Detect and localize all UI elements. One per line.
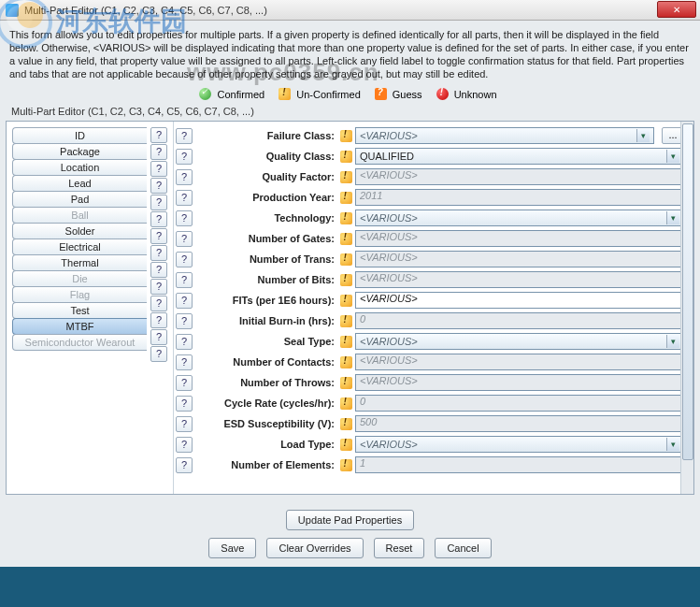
- field-label[interactable]: Cycle Rate (cycles/hr):: [194, 397, 338, 409]
- tab-help-button[interactable]: ?: [150, 127, 167, 143]
- scrollbar[interactable]: [680, 122, 693, 494]
- field-label[interactable]: Initial Burn-in (hrs):: [194, 315, 338, 326]
- field-label[interactable]: FITs (per 1E6 hours):: [194, 295, 338, 306]
- field-label[interactable]: Load Type:: [194, 439, 338, 450]
- field-help-button[interactable]: ?: [176, 416, 193, 432]
- field-combo[interactable]: <VARIOUS>▾: [355, 210, 684, 226]
- tab-flag: Flag: [12, 286, 147, 303]
- legend-guess: Guess: [393, 89, 422, 100]
- field-label[interactable]: Number of Bits:: [194, 274, 338, 285]
- field-help-button[interactable]: ?: [176, 128, 193, 144]
- tab-help-button[interactable]: ?: [150, 178, 167, 194]
- field-label[interactable]: Number of Trans:: [194, 253, 338, 265]
- field-help-button[interactable]: ?: [176, 313, 193, 329]
- tab-solder[interactable]: Solder: [12, 223, 147, 239]
- field-input[interactable]: <VARIOUS>: [355, 230, 684, 247]
- tab-help-button[interactable]: ?: [150, 161, 167, 177]
- field-help-button[interactable]: ?: [176, 169, 193, 185]
- field-combo[interactable]: QUALIFIED▾: [355, 148, 684, 165]
- save-button[interactable]: Save: [208, 538, 256, 558]
- field-label[interactable]: Number of Throws:: [194, 377, 338, 388]
- tab-help-button[interactable]: ?: [150, 296, 167, 311]
- close-button[interactable]: ✕: [657, 1, 696, 18]
- field-input[interactable]: <VARIOUS>: [355, 292, 684, 309]
- field-label[interactable]: Production Year:: [194, 192, 338, 203]
- field-input[interactable]: <VARIOUS>: [355, 374, 684, 391]
- tab-mtbf[interactable]: MTBF: [12, 318, 147, 335]
- field-label[interactable]: Number of Elements:: [194, 459, 338, 470]
- field-label[interactable]: Seal Type:: [194, 336, 338, 347]
- unconfirmed-icon: [340, 212, 352, 224]
- clear-overrides-button[interactable]: Clear Overrides: [266, 538, 363, 558]
- tab-help-button[interactable]: ?: [150, 312, 167, 328]
- field-combo[interactable]: <VARIOUS>▾: [355, 127, 654, 144]
- tab-electrical[interactable]: Electrical: [12, 238, 147, 255]
- field-row: ?Seal Type:<VARIOUS>▾: [174, 331, 688, 352]
- field-label[interactable]: Failure Class:: [194, 130, 338, 141]
- legend-unknown: Unknown: [454, 89, 497, 100]
- field-input[interactable]: 1: [355, 456, 684, 473]
- chevron-down-icon: ▾: [666, 150, 679, 163]
- field-input[interactable]: <VARIOUS>: [355, 251, 684, 267]
- unconfirmed-icon: [340, 130, 352, 142]
- tab-help-button[interactable]: ?: [150, 346, 167, 362]
- scroll-thumb[interactable]: [682, 123, 693, 460]
- field-help-button[interactable]: ?: [176, 272, 193, 288]
- tab-location[interactable]: Location: [12, 159, 147, 176]
- tab-package[interactable]: Package: [12, 143, 147, 160]
- field-help-button[interactable]: ?: [176, 231, 193, 247]
- field-label[interactable]: Quality Class:: [194, 151, 338, 162]
- tab-test[interactable]: Test: [12, 302, 147, 319]
- field-help-button[interactable]: ?: [176, 190, 193, 206]
- unconfirmed-icon: [340, 253, 352, 266]
- field-help-button[interactable]: ?: [176, 252, 193, 267]
- update-pad-properties-button[interactable]: Update Pad Properties: [286, 510, 414, 530]
- field-label[interactable]: Number of Gates:: [194, 233, 338, 244]
- tab-lead[interactable]: Lead: [12, 175, 147, 192]
- field-row: ?Cycle Rate (cycles/hr):0: [174, 393, 688, 413]
- tab-thermal[interactable]: Thermal: [12, 254, 147, 271]
- field-help-button[interactable]: ?: [176, 437, 193, 453]
- tab-id[interactable]: ID: [12, 127, 147, 144]
- field-combo[interactable]: <VARIOUS>▾: [355, 436, 684, 453]
- field-input[interactable]: 2011: [355, 189, 684, 206]
- field-input[interactable]: <VARIOUS>: [355, 271, 684, 288]
- editor-frame: IDPackageLocationLeadPadBallSolderElectr…: [6, 121, 694, 495]
- field-help-button[interactable]: ?: [176, 354, 193, 370]
- guess-icon: [375, 88, 387, 100]
- field-input[interactable]: 500: [355, 415, 684, 432]
- field-input[interactable]: <VARIOUS>: [355, 168, 684, 185]
- content-area: This form allows you to edit properties …: [0, 21, 700, 567]
- tab-pad[interactable]: Pad: [12, 191, 147, 208]
- field-input[interactable]: <VARIOUS>: [355, 354, 684, 370]
- intro-text: This form allows you to edit properties …: [6, 24, 694, 86]
- reset-button[interactable]: Reset: [374, 538, 425, 558]
- tab-help-button[interactable]: ?: [150, 144, 167, 160]
- field-help-button[interactable]: ?: [176, 293, 193, 309]
- field-help-button[interactable]: ?: [176, 149, 193, 165]
- tab-help-button[interactable]: ?: [150, 228, 167, 244]
- tab-help-button[interactable]: ?: [150, 211, 167, 227]
- cancel-button[interactable]: Cancel: [435, 538, 491, 558]
- chevron-down-icon: ▾: [636, 129, 650, 142]
- tab-help-button[interactable]: ?: [150, 245, 167, 261]
- field-help-button[interactable]: ?: [176, 210, 193, 226]
- window-title: Multi-Part Editor (C1, C2, C3, C4, C5, C…: [24, 5, 694, 16]
- field-combo[interactable]: <VARIOUS>▾: [355, 333, 684, 350]
- field-input[interactable]: 0: [355, 312, 684, 329]
- field-help-button[interactable]: ?: [176, 396, 193, 412]
- field-label[interactable]: Number of Contacts:: [194, 356, 338, 368]
- field-label[interactable]: ESD Susceptibility (V):: [194, 418, 338, 429]
- field-label[interactable]: Quality Factor:: [194, 171, 338, 182]
- field-help-button[interactable]: ?: [176, 457, 193, 473]
- editor-subtitle: Multi-Part Editor (C1, C2, C3, C4, C5, C…: [6, 106, 694, 121]
- field-row: ?Quality Factor:<VARIOUS>: [174, 166, 688, 187]
- tab-help-button[interactable]: ?: [150, 329, 167, 345]
- tab-help-button[interactable]: ?: [150, 262, 167, 278]
- field-input[interactable]: 0: [355, 395, 684, 412]
- tab-help-button[interactable]: ?: [150, 195, 167, 210]
- field-help-button[interactable]: ?: [176, 334, 193, 350]
- tab-help-button[interactable]: ?: [150, 279, 167, 295]
- field-help-button[interactable]: ?: [176, 375, 193, 391]
- field-label[interactable]: Technology:: [194, 212, 338, 224]
